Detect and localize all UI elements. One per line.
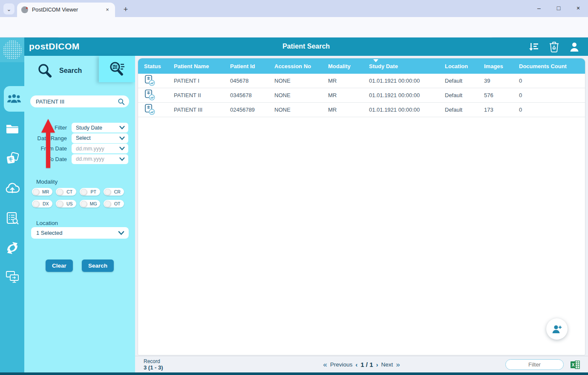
tab-search-button[interactable]: ⌄ [3,3,14,14]
sort-caret-icon [373,59,378,62]
add-person-icon [551,324,562,334]
table-row[interactable]: PATIENT I 045678 NONE MR 01.01.1921 00:0… [138,74,585,88]
close-button[interactable]: × [568,0,588,16]
page-title: Patient Search [24,43,588,50]
modality-cell: MR [328,107,369,113]
tab-close-icon[interactable]: × [104,6,111,13]
date-range-select[interactable]: Select [72,133,128,143]
sidebar-item-upload[interactable] [0,178,24,199]
sync-arrows-icon [6,241,19,255]
images-cell: 173 [484,107,519,113]
patient-id-cell: 045678 [230,78,274,84]
modality-toggle-mr[interactable]: MR [32,188,52,196]
toggle-knob [81,201,87,207]
last-page-icon[interactable]: » [396,361,400,369]
modality-toggle-dx[interactable]: DX [32,200,52,208]
location-label: Location [36,220,58,226]
next-chevron-icon[interactable]: › [376,361,378,368]
study-date-cell: 01.01.1921 00:00:00 [369,107,445,113]
new-tab-button[interactable]: + [120,4,131,15]
sidebar-logo [0,38,24,62]
export-excel-button[interactable]: X [570,360,580,370]
svg-text:X: X [572,363,575,367]
filter-select-value: Study Date [76,125,119,131]
trash-recycle-icon [549,41,559,52]
table-row[interactable]: PATIENT III 02456789 NONE MR 01.01.1921 … [138,103,585,117]
toggle-knob [104,189,111,195]
sidebar-item-patients[interactable] [4,86,24,112]
accession-no-cell: NONE [274,78,328,84]
column-header-patient-id[interactable]: Patient Id [230,63,274,69]
column-header-location[interactable]: Location [445,63,484,69]
folder-icon [6,123,19,134]
column-header-modality[interactable]: Modality [328,63,369,69]
chevron-down-icon: ⌄ [7,6,12,12]
recycle-bin-button[interactable] [548,41,560,53]
modality-toggle-ct[interactable]: CT [56,188,76,196]
column-header-accession-no[interactable]: Accession No [274,63,328,69]
column-header-images[interactable]: Images [484,63,519,69]
from-date-select[interactable]: dd.mm.yyyy [72,144,128,153]
next-page-button[interactable]: Next [381,361,393,368]
toggle-knob [104,201,111,207]
modality-toggle-cr[interactable]: CR [104,188,124,196]
to-date-select[interactable]: dd.mm.yyyy [72,154,128,164]
search-tab-label: Search [59,67,82,75]
table-row[interactable]: PATIENT II 0345678 NONE MR 01.01.1921 00… [138,88,585,103]
sidebar-item-worklist[interactable] [0,208,24,228]
sidebar-item-remote-share[interactable] [0,267,24,287]
window-controls: – □ × [529,0,588,17]
column-header-patient-name[interactable]: Patient Name [174,63,230,69]
postdicom-dot-sphere-icon [3,40,22,60]
study-date-cell: 01.01.1921 00:00:00 [369,78,445,84]
prev-chevron-icon[interactable]: ‹ [355,361,357,368]
modality-toggle-label: CT [63,189,77,194]
patient-search-input[interactable] [36,98,118,105]
add-patient-fab[interactable] [546,318,568,340]
sort-button[interactable] [527,41,539,53]
account-button[interactable] [568,41,580,53]
tab-basic-search[interactable]: Search [24,56,99,85]
accession-no-cell: NONE [274,107,328,113]
first-page-icon[interactable]: « [323,361,327,369]
results-table: Status Patient Name Patient Id Accession… [138,58,585,355]
tab-advanced-search[interactable] [99,56,135,82]
column-header-documents-count[interactable]: Documents Count [519,63,585,69]
modality-toggle-label: MG [87,201,101,206]
modality-toggle-ot[interactable]: OT [104,200,124,208]
modality-toggle-mg[interactable]: MG [80,200,100,208]
sidebar-item-studies[interactable] [0,148,24,169]
toggle-knob [57,201,63,207]
maximize-button[interactable]: □ [549,0,568,16]
app-header: postDICOM Patient Search [24,38,588,56]
documents-count-cell: 0 [519,92,585,98]
images-cell: 39 [484,78,519,84]
sidebar-item-folders[interactable] [0,118,24,139]
sidebar-item-transfer[interactable] [0,238,24,258]
location-select[interactable]: 1 Selected [31,227,129,239]
clear-button[interactable]: Clear [46,260,73,272]
minimize-button[interactable]: – [529,0,549,16]
previous-page-button[interactable]: Previous [330,361,353,368]
modality-toggle-label: DX [39,201,53,206]
column-header-study-date[interactable]: Study Date [369,63,445,69]
modality-toggle-label: MR [39,189,53,194]
image-stack-icon [5,152,20,165]
documents-count-cell: 0 [519,107,585,113]
toggle-knob [33,201,39,207]
patients-group-icon [6,93,22,104]
modality-toggle-pt[interactable]: PT [80,188,100,196]
column-header-status[interactable]: Status [144,63,174,69]
search-button[interactable]: Search [82,260,114,272]
modality-toggle-us[interactable]: US [56,200,76,208]
chevron-down-icon [119,147,125,150]
accession-no-cell: NONE [274,92,328,98]
filter-select[interactable]: Study Date [72,123,128,133]
modality-toggle-label: CR [111,189,124,194]
sidebar-nav [0,38,24,372]
patient-search-field[interactable] [30,95,129,107]
table-filter-input[interactable] [505,359,564,370]
postdicom-favicon-icon [21,6,28,13]
browser-tab[interactable]: PostDICOM Viewer × [17,3,115,17]
search-icon[interactable] [118,98,125,105]
